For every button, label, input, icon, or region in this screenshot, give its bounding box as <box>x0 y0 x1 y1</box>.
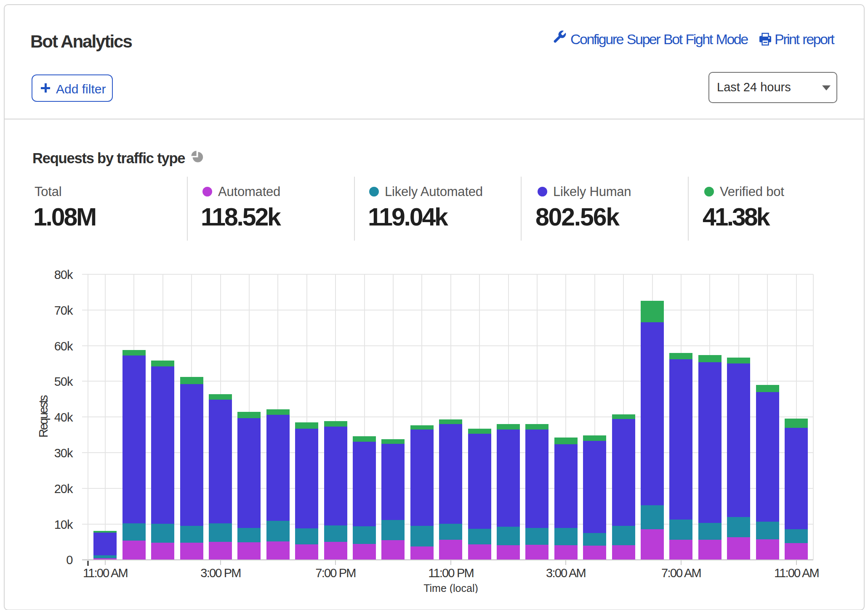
svg-text:11:00 AM: 11:00 AM <box>774 566 819 580</box>
svg-text:11:00 PM: 11:00 PM <box>428 566 474 580</box>
svg-text:20k: 20k <box>54 482 73 496</box>
svg-text:50k: 50k <box>54 375 73 388</box>
svg-text:80k: 80k <box>54 268 73 281</box>
svg-text:40k: 40k <box>54 411 73 424</box>
svg-text:11:00 AM: 11:00 AM <box>83 566 128 580</box>
svg-text:7:00 AM: 7:00 AM <box>661 566 701 580</box>
svg-text:3:00 PM: 3:00 PM <box>200 566 240 580</box>
svg-text:Time (local): Time (local) <box>423 582 478 593</box>
svg-text:70k: 70k <box>54 304 73 317</box>
svg-text:Requests: Requests <box>37 395 50 438</box>
svg-text:30k: 30k <box>54 446 73 460</box>
svg-text:10k: 10k <box>54 518 73 531</box>
svg-text:60k: 60k <box>54 339 73 353</box>
svg-text:7:00 PM: 7:00 PM <box>315 566 355 580</box>
svg-text:3:00 AM: 3:00 AM <box>546 566 586 580</box>
svg-text:0: 0 <box>66 553 72 567</box>
